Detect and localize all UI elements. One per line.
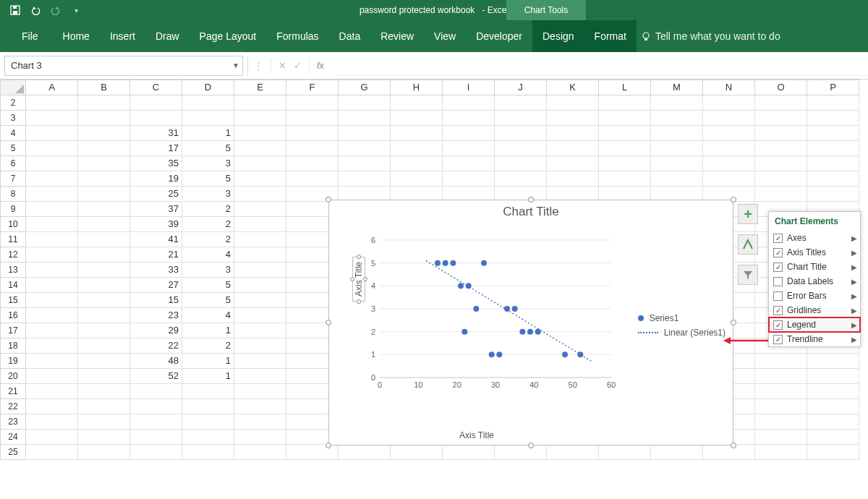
undo-icon[interactable]	[30, 5, 41, 15]
tab-insert[interactable]: Insert	[100, 20, 145, 52]
resize-handle[interactable]	[326, 197, 331, 202]
row-header[interactable]: 6	[0, 156, 26, 171]
column-header[interactable]: C	[130, 80, 182, 95]
cell[interactable]: 5	[182, 278, 234, 293]
cell[interactable]	[651, 171, 703, 187]
cell[interactable]	[391, 126, 443, 141]
chart-element-chart-title[interactable]: Chart Title▶	[769, 260, 860, 274]
cell[interactable]	[182, 384, 234, 399]
cell[interactable]	[78, 323, 130, 338]
tell-me-search[interactable]: Tell me what you want to do	[641, 30, 780, 42]
row-header[interactable]: 23	[0, 414, 26, 430]
cell[interactable]	[339, 171, 391, 187]
cell[interactable]	[807, 187, 859, 202]
cell[interactable]: 23	[130, 308, 182, 323]
name-box[interactable]: Chart 3 ▼	[4, 56, 243, 76]
checkbox[interactable]	[773, 320, 783, 330]
cell[interactable]: 21	[130, 247, 182, 263]
cell[interactable]: 2	[182, 202, 234, 217]
cell[interactable]	[651, 445, 703, 460]
cell[interactable]	[599, 95, 651, 111]
cell[interactable]	[234, 354, 286, 369]
column-header[interactable]: I	[443, 80, 495, 95]
resize-handle[interactable]	[528, 197, 534, 202]
column-header[interactable]: A	[26, 80, 78, 95]
cell[interactable]	[339, 111, 391, 126]
row-header[interactable]: 4	[0, 126, 26, 141]
row-header[interactable]: 17	[0, 323, 26, 338]
cell[interactable]	[755, 414, 807, 430]
cell[interactable]	[78, 187, 130, 202]
tab-data[interactable]: Data	[329, 20, 371, 52]
chart-styles-button[interactable]	[738, 234, 758, 255]
chart-element-gridlines[interactable]: Gridlines▶	[769, 303, 860, 317]
cell[interactable]	[755, 430, 807, 445]
tab-developer[interactable]: Developer	[466, 20, 532, 52]
cell[interactable]: 17	[130, 141, 182, 156]
cell[interactable]	[755, 141, 807, 156]
cell[interactable]	[78, 445, 130, 460]
tab-file[interactable]: File	[7, 20, 53, 52]
cell[interactable]	[755, 445, 807, 460]
cell[interactable]	[547, 171, 599, 187]
tab-draw[interactable]: Draw	[145, 20, 190, 52]
resize-handle[interactable]	[528, 443, 534, 448]
cell[interactable]	[234, 308, 286, 323]
cell[interactable]	[26, 399, 78, 414]
cell[interactable]	[234, 323, 286, 338]
cell[interactable]: 2	[182, 232, 234, 247]
row-header[interactable]: 8	[0, 187, 26, 202]
cell[interactable]	[443, 445, 495, 460]
cell[interactable]: 5	[182, 141, 234, 156]
checkbox[interactable]	[773, 291, 783, 301]
cell[interactable]	[130, 414, 182, 430]
column-header[interactable]: H	[391, 80, 443, 95]
cell[interactable]	[443, 156, 495, 171]
column-header[interactable]: B	[78, 80, 130, 95]
column-header[interactable]: G	[339, 80, 391, 95]
resize-handle[interactable]	[731, 320, 736, 325]
cell[interactable]	[78, 156, 130, 171]
cell[interactable]	[26, 232, 78, 247]
cell[interactable]	[807, 95, 859, 111]
cell[interactable]: 2	[182, 338, 234, 354]
cell[interactable]	[234, 384, 286, 399]
cell[interactable]	[26, 354, 78, 369]
resize-handle[interactable]	[326, 320, 331, 325]
cell[interactable]	[286, 156, 339, 171]
cell[interactable]	[182, 95, 234, 111]
formula-input[interactable]	[334, 56, 868, 76]
cell[interactable]	[703, 95, 755, 111]
cell[interactable]	[807, 171, 859, 187]
cell[interactable]: 15	[130, 293, 182, 308]
cell[interactable]	[391, 171, 443, 187]
cell[interactable]	[339, 126, 391, 141]
cell[interactable]	[234, 338, 286, 354]
cell[interactable]: 1	[182, 354, 234, 369]
row-header[interactable]: 15	[0, 293, 26, 308]
resize-handle[interactable]	[326, 443, 331, 448]
cell[interactable]	[78, 232, 130, 247]
cell[interactable]	[78, 430, 130, 445]
cell[interactable]: 2	[182, 217, 234, 232]
cell[interactable]: 35	[130, 156, 182, 171]
accept-icon[interactable]: ✓	[294, 60, 302, 71]
cell[interactable]	[78, 263, 130, 278]
column-header[interactable]: P	[807, 80, 859, 95]
tab-page-layout[interactable]: Page Layout	[190, 20, 267, 52]
y-axis-title[interactable]: Axis Title	[352, 257, 365, 302]
tab-review[interactable]: Review	[370, 20, 424, 52]
tab-view[interactable]: View	[424, 20, 466, 52]
cell[interactable]	[26, 95, 78, 111]
cell[interactable]	[130, 445, 182, 460]
cell[interactable]	[78, 338, 130, 354]
tab-home[interactable]: Home	[53, 20, 100, 52]
cell[interactable]	[26, 293, 78, 308]
tab-formulas[interactable]: Formulas	[266, 20, 328, 52]
row-header[interactable]: 9	[0, 202, 26, 217]
checkbox[interactable]	[773, 248, 783, 257]
cell[interactable]	[234, 263, 286, 278]
cell[interactable]	[755, 95, 807, 111]
save-icon[interactable]	[10, 5, 20, 15]
cell[interactable]	[547, 141, 599, 156]
